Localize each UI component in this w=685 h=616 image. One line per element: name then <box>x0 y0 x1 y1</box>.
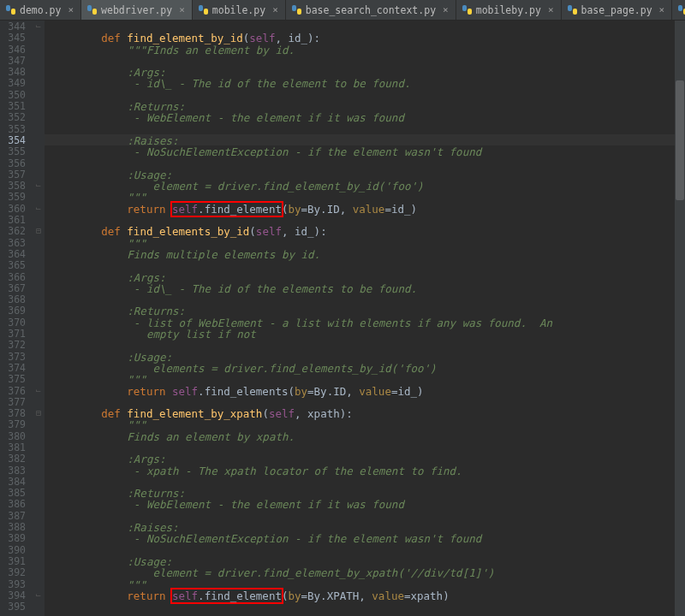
code-line[interactable]: def find_element_by_xpath(self, xpath): <box>50 408 685 419</box>
tab-webdriver-py[interactable]: webdriver.py× <box>81 0 193 20</box>
code-line[interactable] <box>50 545 685 556</box>
fold-marker[interactable] <box>33 601 45 612</box>
fold-gutter[interactable]: ⌙⌙⌙⊟⌙⊟⌙ <box>33 21 45 616</box>
code-line[interactable]: """ <box>50 419 685 430</box>
close-icon[interactable]: × <box>659 4 665 15</box>
fold-marker[interactable]: ⌙ <box>33 589 45 601</box>
fold-marker[interactable] <box>33 317 45 328</box>
code-line[interactable] <box>50 21 685 33</box>
fold-marker[interactable] <box>33 373 45 384</box>
fold-marker[interactable] <box>33 521 45 532</box>
code-line[interactable]: - id\_ - The id of the elements to be fo… <box>50 283 685 294</box>
fold-marker[interactable] <box>33 362 45 373</box>
fold-marker[interactable] <box>33 77 45 88</box>
code-line[interactable]: :Usage: <box>50 352 685 363</box>
fold-marker[interactable] <box>33 578 45 589</box>
fold-marker[interactable] <box>33 123 45 134</box>
fold-marker[interactable] <box>33 169 45 180</box>
code-line[interactable]: :Usage: <box>50 169 685 181</box>
fold-marker[interactable] <box>33 134 45 145</box>
code-line[interactable]: return self.find_elements(by=By.ID, valu… <box>50 386 685 397</box>
code-line[interactable]: - WebElement - the element if it was fou… <box>50 112 685 123</box>
fold-marker[interactable]: ⊟ <box>33 407 45 418</box>
fold-marker[interactable] <box>33 100 45 111</box>
code-line[interactable] <box>50 294 685 305</box>
code-line[interactable]: :Args: <box>50 453 685 465</box>
fold-marker[interactable] <box>33 66 45 77</box>
code-line[interactable]: elements = driver.find_elements_by_id('f… <box>50 363 685 374</box>
close-icon[interactable]: × <box>548 4 554 15</box>
code-line[interactable]: return self.find_element(by=By.ID, value… <box>50 204 685 215</box>
code-line[interactable]: """ <box>50 374 685 385</box>
code-line[interactable] <box>50 601 685 613</box>
fold-marker[interactable] <box>33 214 45 225</box>
fold-marker[interactable] <box>33 544 45 555</box>
fold-marker[interactable] <box>33 555 45 566</box>
fold-marker[interactable]: ⌙ <box>33 203 45 214</box>
fold-marker[interactable]: ⌙ <box>33 21 45 32</box>
close-icon[interactable]: × <box>272 4 278 15</box>
code-line[interactable]: def find_elements_by_id(self, id_): <box>50 226 685 237</box>
fold-marker[interactable] <box>33 55 45 66</box>
code-area[interactable]: def find_element_by_id(self, id_): """FI… <box>45 21 685 616</box>
fold-marker[interactable] <box>33 453 45 464</box>
close-icon[interactable]: × <box>443 4 449 15</box>
fold-marker[interactable] <box>33 282 45 293</box>
code-line[interactable]: :Usage: <box>50 556 685 567</box>
code-line[interactable]: :Returns: <box>50 488 685 499</box>
code-line[interactable] <box>50 260 685 271</box>
fold-marker[interactable] <box>33 293 45 305</box>
code-line[interactable]: def find_element_by_id(self, id_): <box>50 33 685 44</box>
tab-mobileby-py[interactable]: mobileby.py× <box>456 0 562 20</box>
code-line[interactable] <box>50 124 685 135</box>
code-line[interactable] <box>50 158 685 169</box>
code-line[interactable]: - NoSuchElementException - if the elemen… <box>50 146 685 157</box>
fold-marker[interactable]: ⌙ <box>33 180 45 191</box>
fold-marker[interactable] <box>33 89 45 100</box>
code-line[interactable]: :Raises: <box>50 135 685 146</box>
code-line[interactable]: :Args: <box>50 272 685 283</box>
fold-marker[interactable] <box>33 396 45 407</box>
code-line[interactable]: - xpath - The xpath locator of the eleme… <box>50 465 685 477</box>
fold-marker[interactable] <box>33 418 45 429</box>
code-line[interactable] <box>50 511 685 522</box>
fold-marker[interactable] <box>33 339 45 350</box>
tab-demo-py[interactable]: demo.py× <box>0 0 81 20</box>
code-line[interactable]: element = driver.find_element_by_xpath('… <box>50 567 685 578</box>
fold-marker[interactable] <box>33 328 45 339</box>
fold-marker[interactable]: ⌙ <box>33 385 45 396</box>
code-editor[interactable]: 3443453463473483493503513523533543553563… <box>0 21 685 616</box>
tab-mobile-py[interactable]: mobile.py× <box>193 0 286 20</box>
code-line[interactable]: - list of WebElement - a list with eleme… <box>50 317 685 329</box>
fold-marker[interactable] <box>33 44 45 55</box>
fold-marker[interactable] <box>33 566 45 578</box>
code-line[interactable]: - id\_ - The id of the element to be fou… <box>50 78 685 89</box>
fold-marker[interactable] <box>33 157 45 169</box>
code-line[interactable] <box>50 340 685 351</box>
fold-marker[interactable] <box>33 498 45 509</box>
code-line[interactable]: - NoSuchElementException - if the elemen… <box>50 533 685 544</box>
code-line[interactable]: - WebElement - the element if it was fou… <box>50 499 685 510</box>
code-line[interactable]: :Returns: <box>50 305 685 317</box>
close-icon[interactable]: × <box>179 4 185 15</box>
fold-marker[interactable] <box>33 487 45 498</box>
code-line[interactable] <box>50 397 685 408</box>
fold-marker[interactable] <box>33 305 45 316</box>
code-line[interactable]: Finds an element by xpath. <box>50 431 685 442</box>
code-line[interactable]: """ <box>50 238 685 249</box>
tab-base_search_context-py[interactable]: base_search_context.py× <box>286 0 456 20</box>
fold-marker[interactable] <box>33 248 45 259</box>
fold-marker[interactable] <box>33 111 45 122</box>
close-icon[interactable]: × <box>68 4 74 15</box>
code-line[interactable] <box>50 477 685 488</box>
code-line[interactable]: Finds multiple elements by id. <box>50 249 685 260</box>
fold-marker[interactable]: ⊟ <box>33 225 45 236</box>
fold-marker[interactable] <box>33 191 45 202</box>
fold-marker[interactable] <box>33 351 45 362</box>
fold-marker[interactable] <box>33 430 45 441</box>
code-line[interactable]: return self.find_element(by=By.XPATH, va… <box>50 590 685 601</box>
fold-marker[interactable] <box>33 476 45 487</box>
fold-marker[interactable] <box>33 145 45 157</box>
code-line[interactable]: """FInds an element by id. <box>50 44 685 56</box>
code-line[interactable]: element = driver.find_element_by_id('foo… <box>50 181 685 192</box>
